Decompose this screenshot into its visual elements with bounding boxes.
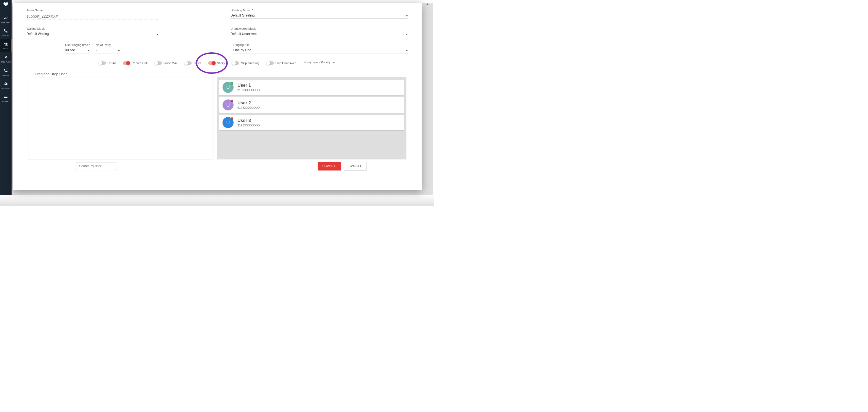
ringing-rule-label: Ringing rule *	[233, 43, 408, 46]
chevron-down-icon	[156, 33, 159, 36]
chevron-down-icon	[118, 49, 120, 52]
chevron-down-icon	[405, 14, 408, 18]
ringing-time-value: 30 sec	[65, 48, 75, 52]
sidebar-item-label: DIALER	[2, 74, 9, 76]
chevron-down-icon	[405, 33, 408, 36]
team-name-label: Team Name	[27, 8, 159, 12]
sidebar-item-label: TEAM	[3, 48, 8, 49]
presence-status-icon	[231, 117, 233, 120]
avatar: U	[222, 99, 234, 110]
toggles-row: Count Record Call Voice Mail Timer Stick…	[27, 61, 408, 65]
toggle-skip-greeting[interactable]	[232, 61, 239, 65]
logo-phone-icon	[2, 2, 10, 9]
presence-status-icon	[231, 100, 233, 102]
toggle-sticky[interactable]	[208, 61, 215, 65]
sidebar-item-label: LIVE FEED	[1, 22, 10, 23]
ringing-rule-select[interactable]: One by One	[233, 48, 408, 54]
toggle-record-call[interactable]	[123, 61, 130, 65]
phone-icon	[4, 29, 8, 33]
drop-target-panel[interactable]	[28, 77, 213, 160]
branch-icon	[4, 55, 8, 60]
toggle-count-label: Count	[107, 61, 116, 65]
greeting-music-label: Greeting Music *	[230, 8, 408, 12]
sidebar-item-label: CALL FLOW	[1, 61, 11, 63]
ringing-rule-value: One by One	[233, 48, 251, 52]
toggle-record-call-label: Record Call	[131, 61, 147, 65]
user-phone: 9198XXXXXXXX	[238, 106, 260, 109]
greeting-music-value: Default Greeting	[230, 13, 254, 18]
cancel-button[interactable]: CANCEL	[344, 162, 367, 170]
sidebar-item-balance[interactable]: BALANCE	[0, 92, 11, 105]
sidebar-item-label: BALANCE	[2, 101, 10, 102]
toggle-timer-label: Timer	[193, 61, 201, 65]
sticky-type-select[interactable]: Sticky type - Priority	[303, 61, 336, 65]
unanswered-music-value: Default Unanswer	[230, 32, 257, 36]
user-name: User 2	[238, 101, 260, 105]
retry-select[interactable]: 2	[95, 48, 120, 54]
retry-value: 2	[95, 48, 97, 52]
toggle-count[interactable]	[99, 61, 106, 65]
user-phone: 9198XXXXXXXX	[238, 124, 260, 127]
sticky-type-value: Sticky type - Priority	[304, 61, 330, 64]
sidebar-item-settings[interactable]: SETTINGS	[0, 79, 11, 92]
bottom-shadow	[0, 195, 434, 206]
card-icon	[4, 95, 8, 99]
unanswered-music-select[interactable]: Default Unanswer	[230, 32, 408, 37]
svg-text:SIP: SIP	[6, 69, 8, 70]
sidebar-item-history[interactable]: HISTORY	[0, 26, 11, 39]
avatar: U	[222, 117, 234, 128]
avatar: U	[222, 82, 234, 93]
toggle-voice-mail-label: Voice Mail	[163, 61, 177, 65]
presence-status-icon	[231, 82, 233, 84]
sidebar-item-team[interactable]: TEAM	[0, 39, 11, 52]
toggle-skip-unanswer[interactable]	[267, 61, 274, 65]
sip-phone-icon: SIP	[4, 68, 8, 73]
timeline-icon	[4, 15, 8, 20]
retry-label: No of Retry	[95, 43, 120, 46]
greeting-music-select[interactable]: Default Greeting	[230, 13, 408, 19]
waiting-music-value: Default Waiting	[27, 32, 49, 36]
unanswered-music-label: Unanswered Music	[230, 27, 408, 30]
waiting-music-select[interactable]: Default Waiting	[27, 32, 159, 37]
sidebar-item-live-feed[interactable]: LIVE FEED	[0, 13, 11, 26]
user-name: User 3	[238, 118, 260, 123]
available-users-panel: U User 1 9198XXXXXXXX U User 2 9198XXXXX…	[217, 77, 406, 160]
toggle-timer[interactable]	[184, 61, 192, 65]
user-card[interactable]: U User 3 9198XXXXXXXX	[219, 115, 404, 130]
user-card[interactable]: U User 2 9198XXXXXXXX	[219, 97, 404, 113]
sidebar: LIVE FEED HISTORY TEAM CALL FLOW SIP DIA…	[0, 0, 11, 195]
toggle-skip-greeting-label: Skip Greeting	[241, 61, 259, 65]
user-phone: 9198XXXXXXXX	[238, 89, 260, 92]
ringing-time-select[interactable]: 30 sec	[65, 48, 90, 54]
gear-icon	[4, 81, 8, 86]
team-edit-modal: Team Name Greeting Music * Default Greet…	[13, 3, 422, 190]
user-name: User 1	[238, 83, 260, 88]
toggle-voice-mail[interactable]	[155, 61, 162, 65]
chevron-down-icon	[333, 61, 335, 64]
waiting-music-label: Waiting Music	[27, 27, 159, 30]
sidebar-item-dialer[interactable]: SIP DIALER	[0, 66, 11, 79]
drag-drop-label: Drag and Drop User	[35, 72, 408, 76]
chevron-down-icon	[87, 49, 90, 52]
team-name-input[interactable]	[27, 13, 159, 20]
change-button[interactable]: CHANGE	[318, 162, 341, 170]
sidebar-item-call-flow[interactable]: CALL FLOW	[0, 52, 11, 66]
search-user-input[interactable]	[79, 164, 121, 168]
ringing-time-label: User ringing time *	[65, 43, 90, 46]
sidebar-item-label: SETTINGS	[1, 88, 10, 89]
search-user-wrap[interactable]	[76, 162, 117, 170]
sidebar-item-label: HISTORY	[2, 35, 10, 36]
toggle-sticky-label: Sticky	[217, 61, 225, 65]
user-card[interactable]: U User 1 9198XXXXXXXX	[219, 79, 404, 95]
toggle-skip-unanswer-label: Skip Unanswer	[275, 61, 296, 65]
chevron-down-icon	[405, 49, 408, 52]
people-add-icon	[4, 42, 8, 46]
